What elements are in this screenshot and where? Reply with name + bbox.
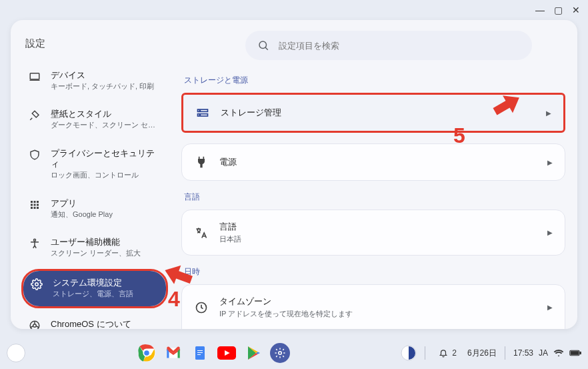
svg-rect-34 bbox=[580, 352, 581, 354]
gear-icon bbox=[30, 278, 43, 291]
shield-icon bbox=[28, 148, 41, 161]
section-language: 言語 bbox=[184, 192, 565, 203]
gmail-app-icon[interactable] bbox=[163, 343, 183, 363]
shelf: 2 6月26日 17:53 JA bbox=[0, 337, 588, 369]
annotation-number-4: 4 bbox=[168, 287, 180, 312]
svg-point-11 bbox=[35, 283, 39, 286]
annotation-number-5: 5 bbox=[453, 123, 465, 148]
minimize-button[interactable]: — bbox=[535, 5, 545, 15]
sidebar-item-about[interactable]: ChromeOS について 更新、ヘルプ、デベロッパー オ... bbox=[21, 312, 168, 329]
section-storage-power: ストレージと電源 bbox=[184, 75, 565, 86]
notification-pill[interactable]: 2 bbox=[433, 346, 462, 360]
tray-ime[interactable]: JA bbox=[539, 348, 548, 358]
row-sub: 日本語 bbox=[219, 234, 537, 244]
sidebar-item-apps[interactable]: アプリ 通知、Google Play bbox=[21, 192, 168, 226]
chevron-right-icon: ▶ bbox=[547, 304, 553, 311]
paint-icon bbox=[28, 109, 41, 122]
svg-rect-9 bbox=[37, 207, 39, 209]
chrome-app-icon[interactable] bbox=[137, 343, 157, 363]
power-plug-icon bbox=[194, 155, 209, 169]
card-datetime: タイムゾーン IP アドレスを使って現在地を特定します ▶ 24 24 時間形式… bbox=[181, 284, 565, 329]
row-timezone[interactable]: タイムゾーン IP アドレスを使って現在地を特定します ▶ bbox=[182, 285, 565, 329]
row-power[interactable]: 電源 ▶ bbox=[182, 144, 565, 180]
svg-rect-28 bbox=[197, 352, 203, 353]
row-title: タイムゾーン bbox=[219, 296, 537, 308]
svg-point-18 bbox=[199, 115, 200, 115]
nav-sub: 通知、Google Play bbox=[51, 210, 113, 220]
phone-hub-icon[interactable] bbox=[401, 345, 417, 361]
clock-icon bbox=[194, 300, 209, 315]
settings-app-icon[interactable] bbox=[270, 343, 290, 363]
grid-icon bbox=[28, 198, 41, 212]
svg-rect-29 bbox=[197, 354, 201, 355]
search-icon bbox=[257, 39, 269, 51]
sidebar: 設定 デバイス キーボード, タッチパッド, 印刷 壁紙とスタイル ダークモード… bbox=[11, 20, 175, 329]
search-input[interactable] bbox=[279, 41, 520, 51]
svg-rect-3 bbox=[37, 201, 39, 203]
nav-label: 壁紙とスタイル bbox=[51, 109, 161, 120]
storage-icon bbox=[195, 105, 210, 120]
svg-rect-1 bbox=[31, 201, 33, 203]
svg-point-13 bbox=[33, 324, 37, 327]
row-title: 言語 bbox=[219, 221, 537, 233]
sidebar-item-device[interactable]: デバイス キーボード, タッチパッド, 印刷 bbox=[21, 63, 168, 98]
launcher-button[interactable] bbox=[7, 344, 25, 362]
sidebar-item-wallpaper[interactable]: 壁紙とスタイル ダークモード、スクリーン セー... bbox=[21, 102, 168, 137]
nav-label: プライバシーとセキュリティ bbox=[51, 148, 161, 171]
chevron-right-icon: ▶ bbox=[547, 159, 553, 166]
sidebar-item-accessibility[interactable]: ユーザー補助機能 スクリーン リーダー、拡大 bbox=[21, 230, 168, 265]
close-button[interactable]: ✕ bbox=[572, 5, 580, 15]
row-title: ストレージ管理 bbox=[221, 107, 535, 119]
nav-label: ChromeOS について bbox=[51, 319, 161, 329]
play-store-app-icon[interactable] bbox=[243, 343, 263, 363]
main-panel: ストレージと電源 ストレージ管理 ▶ 電源 ▶ bbox=[175, 20, 577, 329]
nav-sub: ロック画面、コントロール bbox=[51, 170, 161, 180]
shelf-apps bbox=[25, 343, 401, 363]
search-bar[interactable] bbox=[245, 31, 532, 60]
nav-label: ユーザー補助機能 bbox=[51, 237, 141, 248]
tray-time: 17:53 bbox=[513, 348, 533, 358]
svg-point-17 bbox=[199, 110, 200, 111]
wifi-icon[interactable] bbox=[553, 348, 564, 358]
svg-rect-35 bbox=[571, 352, 578, 355]
svg-point-10 bbox=[34, 239, 36, 241]
svg-point-24 bbox=[143, 350, 149, 356]
settings-window: 設定 デバイス キーボード, タッチパッド, 印刷 壁紙とスタイル ダークモード… bbox=[11, 20, 577, 329]
row-title: 電源 bbox=[219, 156, 537, 168]
docs-app-icon[interactable] bbox=[190, 343, 210, 363]
translate-icon bbox=[194, 226, 209, 240]
tray-date: 6月26日 bbox=[467, 348, 497, 359]
divider bbox=[505, 346, 505, 360]
window-titlebar: — ▢ ✕ bbox=[0, 0, 588, 20]
annotation-highlight-4: システム環境設定 ストレージ、電源、言語 bbox=[21, 269, 168, 308]
accessibility-icon bbox=[28, 237, 41, 250]
battery-icon[interactable] bbox=[569, 349, 581, 357]
svg-rect-6 bbox=[37, 204, 39, 206]
card-power: 電源 ▶ bbox=[181, 143, 565, 181]
svg-rect-7 bbox=[31, 207, 33, 209]
nav-label: デバイス bbox=[51, 70, 154, 81]
chrome-icon bbox=[28, 319, 41, 329]
sidebar-item-system[interactable]: システム環境設定 ストレージ、電源、言語 bbox=[23, 271, 166, 306]
card-language: 言語 日本語 ▶ bbox=[181, 210, 565, 256]
svg-point-14 bbox=[259, 41, 267, 49]
chevron-right-icon: ▶ bbox=[546, 109, 551, 117]
youtube-app-icon[interactable] bbox=[217, 343, 237, 363]
svg-rect-8 bbox=[34, 207, 36, 209]
status-tray[interactable]: 2 6月26日 17:53 JA bbox=[401, 345, 581, 361]
sidebar-item-privacy[interactable]: プライバシーとセキュリティ ロック画面、コントロール bbox=[21, 141, 168, 188]
svg-rect-0 bbox=[30, 73, 39, 79]
maximize-button[interactable]: ▢ bbox=[554, 5, 563, 15]
row-language[interactable]: 言語 日本語 ▶ bbox=[182, 210, 565, 255]
notification-count: 2 bbox=[452, 348, 457, 358]
nav-label: システム環境設定 bbox=[53, 278, 133, 289]
row-sub: IP アドレスを使って現在地を特定します bbox=[219, 309, 537, 319]
sidebar-title: 設定 bbox=[21, 32, 168, 63]
nav-sub: スクリーン リーダー、拡大 bbox=[51, 248, 141, 258]
divider bbox=[425, 346, 425, 360]
svg-rect-2 bbox=[34, 201, 36, 203]
section-datetime: 日時 bbox=[184, 266, 565, 278]
nav-sub: ダークモード、スクリーン セー... bbox=[51, 120, 161, 130]
nav-label: アプリ bbox=[51, 198, 113, 210]
svg-rect-5 bbox=[34, 204, 36, 206]
